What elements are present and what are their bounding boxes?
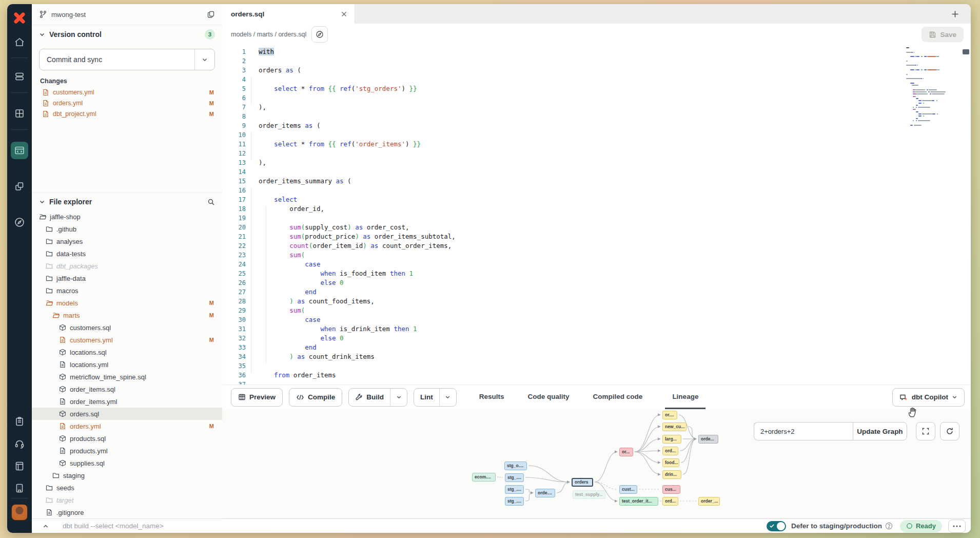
lineage-node[interactable]: cus... [662, 485, 680, 494]
result-tab-lineage[interactable]: Lineage [665, 385, 705, 409]
editor-scrollbar-thumb[interactable] [963, 49, 969, 54]
save-button[interactable]: Save [922, 27, 964, 42]
result-tab-compiled-code[interactable]: Compiled code [592, 385, 644, 409]
file-tree-item[interactable]: modelsM [32, 297, 222, 309]
tab-orders-sql[interactable]: orders.sql [222, 4, 355, 24]
orchestration-icon[interactable] [7, 181, 32, 192]
lineage-node[interactable]: orde... [698, 435, 718, 444]
file-tree-item[interactable]: order_items.yml [32, 395, 222, 408]
file-tree-item[interactable]: products.sql [32, 432, 222, 445]
search-icon[interactable] [207, 198, 215, 206]
file-tree-item[interactable]: martsM [32, 309, 222, 321]
commit-and-sync-button[interactable]: Commit and sync [39, 49, 215, 70]
file-tree-item[interactable]: locations.yml [32, 358, 222, 371]
help-icon[interactable] [885, 522, 893, 530]
more-options-button[interactable] [948, 520, 966, 533]
lineage-node[interactable]: test_supply... [573, 490, 605, 499]
code-editor[interactable]: 1with23orders as (45 select * from {{ re… [222, 45, 971, 385]
lineage-node[interactable]: ord... [662, 497, 678, 506]
file-tree-item[interactable]: products.yml [32, 445, 222, 457]
organization-building-icon[interactable] [7, 483, 32, 494]
user-avatar[interactable] [7, 504, 32, 521]
file-tree-item[interactable]: jaffle-shop [32, 210, 222, 223]
file-tree-item[interactable]: macros [32, 284, 222, 297]
lineage-node[interactable]: or.... [662, 411, 677, 419]
file-tree-item[interactable]: .github [32, 223, 222, 235]
lineage-node[interactable]: stg_o.... [504, 462, 527, 470]
dbt-logo[interactable] [7, 10, 32, 26]
preview-button[interactable]: Preview [231, 388, 283, 407]
notebook-icon[interactable] [7, 460, 32, 472]
file-tree-item[interactable]: jaffle-data [32, 272, 222, 284]
lineage-node[interactable]: stg_.... [505, 497, 524, 506]
git-branch-icon [39, 10, 47, 18]
branch-name[interactable]: mwong-test [51, 11, 203, 18]
file-tree-item[interactable]: staging [32, 469, 222, 482]
new-tab-button[interactable] [951, 10, 959, 18]
file-tree-item[interactable]: customers.ymlM [32, 334, 222, 346]
file-explorer-header[interactable]: File explorer [32, 193, 222, 210]
lineage-node[interactable]: stg_.... [505, 473, 524, 482]
defer-toggle[interactable] [767, 521, 786, 531]
file-tree-item[interactable]: data-tests [32, 247, 222, 260]
compile-button[interactable]: Compile [289, 388, 342, 407]
lineage-node[interactable]: stg_.... [505, 485, 524, 494]
build-options-chevron[interactable] [390, 389, 407, 406]
build-button[interactable]: Build [349, 389, 390, 406]
file-tree-item[interactable]: metricflow_time_spine.sql [32, 371, 222, 383]
lineage-node[interactable]: larg... [662, 435, 681, 444]
lint-button[interactable]: Lint [414, 389, 439, 406]
refresh-button[interactable] [940, 422, 959, 440]
file-tree-item[interactable]: supplies.sql [32, 457, 222, 469]
discovery-compass-icon[interactable] [7, 217, 32, 228]
fullscreen-button[interactable] [916, 422, 935, 440]
file-tree-item[interactable]: orders.ymlM [32, 420, 222, 432]
lineage-node[interactable]: ord... [662, 447, 678, 455]
lineage-node[interactable]: orde.... [535, 489, 555, 497]
version-control-header[interactable]: Version control 3 [32, 25, 222, 44]
lineage-node[interactable]: food... [662, 458, 679, 467]
file-tree-item[interactable]: analyses [32, 235, 222, 247]
file-tree-item[interactable]: target [32, 494, 222, 506]
copy-icon[interactable] [207, 10, 215, 18]
expand-command-chevron-icon[interactable] [42, 523, 49, 530]
file-explorer-section: File explorer jaffle-shop.githubanalyses… [32, 193, 222, 518]
support-headset-icon[interactable] [7, 438, 32, 450]
develop-ide-item[interactable] [7, 142, 32, 159]
file-tree-item[interactable]: dbt_packages [32, 260, 222, 272]
file-tree-item[interactable]: order_items.sql [32, 383, 222, 395]
lineage-node[interactable]: or... [619, 448, 633, 456]
deploy-icon[interactable] [7, 71, 32, 82]
close-icon[interactable] [341, 11, 347, 17]
lint-options-chevron[interactable] [439, 389, 456, 406]
file-tree-item[interactable]: seeds [32, 482, 222, 494]
lineage-filter-input[interactable] [754, 422, 853, 440]
changed-file-item[interactable]: dbt_project.ymlM [32, 108, 222, 119]
command-input[interactable]: dbt build --select <model_name> [63, 522, 767, 530]
lineage-node[interactable]: ecom.... [472, 473, 496, 482]
lineage-node[interactable]: order_... [698, 497, 720, 506]
result-tab-results[interactable]: Results [478, 385, 505, 409]
changed-file-item[interactable]: customers.ymlM [32, 87, 222, 98]
result-tab-code-quality[interactable]: Code quality [527, 385, 571, 409]
changed-file-item[interactable]: orders.ymlM [32, 98, 222, 108]
tasks-clipboard-icon[interactable] [7, 416, 32, 427]
file-tree-item[interactable]: locations.sql [32, 346, 222, 358]
lineage-node[interactable]: drin... [662, 470, 681, 479]
lineage-node[interactable]: new_cu... [662, 422, 687, 431]
lineage-node[interactable]: cust... [619, 485, 637, 494]
file-tree-item[interactable]: .gitignore [32, 506, 222, 518]
check-icon [769, 523, 775, 529]
explore-grid-icon[interactable] [7, 108, 32, 119]
home-icon[interactable] [7, 36, 32, 48]
lineage-node[interactable]: test_order_it... [619, 497, 658, 506]
open-in-explorer-button[interactable] [311, 26, 328, 43]
editor-minimap[interactable] [905, 47, 950, 181]
file-tree-item[interactable]: customers.sql [32, 321, 222, 334]
dbt-copilot-button[interactable]: dbt Copilot [892, 388, 965, 407]
file-tree-item[interactable]: orders.sql [32, 408, 222, 420]
update-graph-button[interactable]: Update Graph [853, 422, 907, 440]
lineage-node[interactable]: orders [572, 478, 593, 487]
connection-status-badge[interactable]: Ready [900, 520, 942, 532]
commit-options-chevron[interactable] [194, 49, 214, 70]
